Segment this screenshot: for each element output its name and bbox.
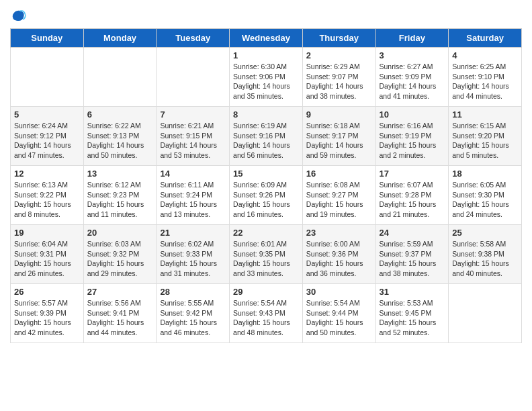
- cell-date: 10: [380, 109, 445, 120]
- cell-info: Sunrise: 6:25 AMSunset: 9:10 PMDaylight:…: [452, 62, 518, 101]
- calendar-cell: 6Sunrise: 6:22 AMSunset: 9:13 PMDaylight…: [83, 107, 157, 166]
- calendar-cell: 5Sunrise: 6:24 AMSunset: 9:12 PMDaylight…: [11, 107, 84, 166]
- cell-date: 22: [233, 228, 299, 238]
- cell-info: Sunrise: 6:05 AMSunset: 9:30 PMDaylight:…: [452, 180, 518, 220]
- cell-info: Sunrise: 6:13 AMSunset: 9:22 PMDaylight:…: [14, 180, 80, 220]
- cell-date: 18: [452, 169, 518, 179]
- cell-info: Sunrise: 6:01 AMSunset: 9:35 PMDaylight:…: [233, 239, 299, 279]
- page-header: [10, 7, 522, 23]
- calendar-cell: 26Sunrise: 5:57 AMSunset: 9:39 PMDayligh…: [11, 284, 84, 343]
- calendar-cell: 21Sunrise: 6:02 AMSunset: 9:33 PMDayligh…: [157, 225, 230, 284]
- calendar-cell: 19Sunrise: 6:04 AMSunset: 9:31 PMDayligh…: [11, 225, 84, 284]
- cell-info: Sunrise: 6:12 AMSunset: 9:23 PMDaylight:…: [87, 180, 153, 220]
- cell-date: 8: [233, 109, 299, 120]
- day-header-monday: Monday: [83, 29, 157, 48]
- cell-date: 6: [87, 109, 153, 120]
- cell-info: Sunrise: 6:30 AMSunset: 9:06 PMDaylight:…: [233, 62, 299, 101]
- calendar-week-5: 26Sunrise: 5:57 AMSunset: 9:39 PMDayligh…: [11, 284, 522, 343]
- cell-date: 13: [87, 169, 153, 179]
- calendar-cell: 23Sunrise: 6:00 AMSunset: 9:36 PMDayligh…: [302, 225, 375, 284]
- calendar-cell: 7Sunrise: 6:21 AMSunset: 9:15 PMDaylight…: [157, 107, 230, 166]
- calendar-cell: 3Sunrise: 6:27 AMSunset: 9:09 PMDaylight…: [375, 48, 449, 107]
- cell-info: Sunrise: 6:09 AMSunset: 9:26 PMDaylight:…: [233, 180, 299, 220]
- calendar-cell: 27Sunrise: 5:56 AMSunset: 9:41 PMDayligh…: [83, 284, 157, 343]
- cell-info: Sunrise: 5:55 AMSunset: 9:42 PMDaylight:…: [160, 298, 226, 338]
- cell-info: Sunrise: 6:08 AMSunset: 9:27 PMDaylight:…: [306, 180, 372, 220]
- calendar-cell: 12Sunrise: 6:13 AMSunset: 9:22 PMDayligh…: [11, 166, 84, 225]
- calendar-cell: [449, 284, 522, 343]
- calendar-cell: 15Sunrise: 6:09 AMSunset: 9:26 PMDayligh…: [230, 166, 303, 225]
- cell-info: Sunrise: 6:00 AMSunset: 9:36 PMDaylight:…: [306, 239, 372, 279]
- cell-date: 1: [233, 50, 299, 60]
- cell-date: 23: [306, 228, 372, 238]
- calendar-cell: 31Sunrise: 5:53 AMSunset: 9:45 PMDayligh…: [375, 284, 449, 343]
- cell-date: 30: [306, 287, 372, 297]
- cell-date: 2: [306, 50, 372, 60]
- cell-info: Sunrise: 5:54 AMSunset: 9:44 PMDaylight:…: [306, 298, 372, 338]
- calendar-cell: 16Sunrise: 6:08 AMSunset: 9:27 PMDayligh…: [302, 166, 375, 225]
- calendar-cell: 29Sunrise: 5:54 AMSunset: 9:43 PMDayligh…: [230, 284, 303, 343]
- cell-info: Sunrise: 6:15 AMSunset: 9:20 PMDaylight:…: [452, 121, 518, 161]
- calendar-week-1: 1Sunrise: 6:30 AMSunset: 9:06 PMDaylight…: [11, 48, 522, 107]
- cell-info: Sunrise: 6:21 AMSunset: 9:15 PMDaylight:…: [160, 121, 226, 161]
- calendar-week-2: 5Sunrise: 6:24 AMSunset: 9:12 PMDaylight…: [11, 107, 522, 166]
- cell-date: 19: [14, 228, 80, 238]
- cell-date: 17: [380, 169, 445, 179]
- calendar-cell: 4Sunrise: 6:25 AMSunset: 9:10 PMDaylight…: [449, 48, 522, 107]
- cell-date: 15: [233, 169, 299, 179]
- cell-date: 4: [452, 50, 518, 60]
- cell-date: 27: [87, 287, 153, 297]
- calendar-cell: 30Sunrise: 5:54 AMSunset: 9:44 PMDayligh…: [302, 284, 375, 343]
- calendar-cell: 22Sunrise: 6:01 AMSunset: 9:35 PMDayligh…: [230, 225, 303, 284]
- cell-info: Sunrise: 6:04 AMSunset: 9:31 PMDaylight:…: [14, 239, 80, 279]
- cell-date: 26: [14, 287, 80, 297]
- cell-date: 11: [452, 109, 518, 120]
- cell-date: 20: [87, 228, 153, 238]
- cell-date: 14: [160, 169, 226, 179]
- cell-date: 25: [452, 228, 518, 238]
- calendar-cell: [157, 48, 230, 107]
- cell-date: 3: [380, 50, 445, 60]
- cell-date: 16: [306, 169, 372, 179]
- cell-info: Sunrise: 5:59 AMSunset: 9:37 PMDaylight:…: [380, 239, 445, 279]
- cell-info: Sunrise: 5:54 AMSunset: 9:43 PMDaylight:…: [233, 298, 299, 338]
- logo: [10, 7, 29, 23]
- cell-date: 9: [306, 109, 372, 120]
- day-header-thursday: Thursday: [302, 29, 375, 48]
- calendar-cell: 11Sunrise: 6:15 AMSunset: 9:20 PMDayligh…: [449, 107, 522, 166]
- cell-date: 31: [380, 287, 445, 297]
- calendar-week-4: 19Sunrise: 6:04 AMSunset: 9:31 PMDayligh…: [11, 225, 522, 284]
- cell-date: 7: [160, 109, 226, 120]
- cell-info: Sunrise: 5:58 AMSunset: 9:38 PMDaylight:…: [452, 239, 518, 279]
- calendar-cell: 20Sunrise: 6:03 AMSunset: 9:32 PMDayligh…: [83, 225, 157, 284]
- calendar-cell: 10Sunrise: 6:16 AMSunset: 9:19 PMDayligh…: [375, 107, 449, 166]
- cell-info: Sunrise: 6:02 AMSunset: 9:33 PMDaylight:…: [160, 239, 226, 279]
- calendar-cell: 17Sunrise: 6:07 AMSunset: 9:28 PMDayligh…: [375, 166, 449, 225]
- day-header-sunday: Sunday: [11, 29, 84, 48]
- cell-date: 12: [14, 169, 80, 179]
- calendar-cell: 18Sunrise: 6:05 AMSunset: 9:30 PMDayligh…: [449, 166, 522, 225]
- cell-info: Sunrise: 5:57 AMSunset: 9:39 PMDaylight:…: [14, 298, 80, 338]
- cell-info: Sunrise: 6:19 AMSunset: 9:16 PMDaylight:…: [233, 121, 299, 161]
- day-header-friday: Friday: [375, 29, 449, 48]
- cell-info: Sunrise: 6:07 AMSunset: 9:28 PMDaylight:…: [380, 180, 445, 220]
- cell-info: Sunrise: 6:22 AMSunset: 9:13 PMDaylight:…: [87, 121, 153, 161]
- cell-info: Sunrise: 6:11 AMSunset: 9:24 PMDaylight:…: [160, 180, 226, 220]
- day-header-tuesday: Tuesday: [157, 29, 230, 48]
- cell-info: Sunrise: 6:24 AMSunset: 9:12 PMDaylight:…: [14, 121, 80, 161]
- day-header-saturday: Saturday: [449, 29, 522, 48]
- calendar-cell: 2Sunrise: 6:29 AMSunset: 9:07 PMDaylight…: [302, 48, 375, 107]
- calendar-cell: 8Sunrise: 6:19 AMSunset: 9:16 PMDaylight…: [230, 107, 303, 166]
- calendar-cell: [11, 48, 84, 107]
- calendar-cell: 13Sunrise: 6:12 AMSunset: 9:23 PMDayligh…: [83, 166, 157, 225]
- calendar-cell: 25Sunrise: 5:58 AMSunset: 9:38 PMDayligh…: [449, 225, 522, 284]
- day-header-wednesday: Wednesday: [230, 29, 303, 48]
- calendar-cell: [83, 48, 157, 107]
- calendar-cell: 14Sunrise: 6:11 AMSunset: 9:24 PMDayligh…: [157, 166, 230, 225]
- cell-info: Sunrise: 6:18 AMSunset: 9:17 PMDaylight:…: [306, 121, 372, 161]
- calendar-cell: 9Sunrise: 6:18 AMSunset: 9:17 PMDaylight…: [302, 107, 375, 166]
- cell-info: Sunrise: 5:56 AMSunset: 9:41 PMDaylight:…: [87, 298, 153, 338]
- cell-date: 24: [380, 228, 445, 238]
- cell-info: Sunrise: 6:03 AMSunset: 9:32 PMDaylight:…: [87, 239, 153, 279]
- cell-date: 29: [233, 287, 299, 297]
